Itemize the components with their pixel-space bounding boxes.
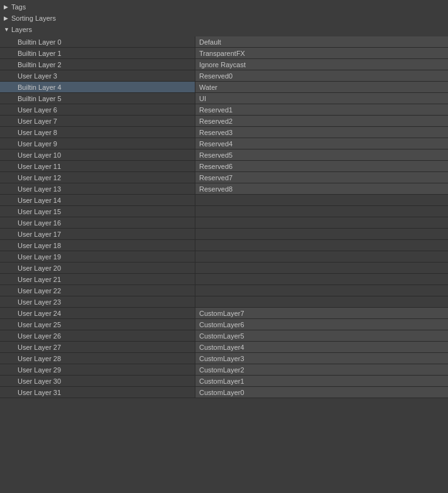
layer-name: User Layer 8 <box>0 129 195 136</box>
layer-name: User Layer 18 <box>0 242 195 249</box>
layer-value[interactable]: Reserved2 <box>195 116 448 126</box>
layer-name: User Layer 11 <box>0 163 195 170</box>
layer-value[interactable] <box>195 195 448 205</box>
layer-value[interactable]: CustomLayer0 <box>195 387 448 398</box>
layer-name: User Layer 24 <box>0 310 195 317</box>
layer-value[interactable]: CustomLayer5 <box>195 330 448 341</box>
layer-value[interactable]: CustomLayer7 <box>195 308 448 318</box>
layer-name: User Layer 31 <box>0 389 195 396</box>
layer-row[interactable]: User Layer 12Reserved7 <box>0 172 448 183</box>
layer-name: User Layer 21 <box>0 276 195 283</box>
layer-row[interactable]: Builtin Layer 4Water <box>0 82 448 93</box>
layers-label: Layers <box>11 26 32 33</box>
layer-name: User Layer 28 <box>0 355 195 362</box>
layer-row[interactable]: User Layer 8Reserved3 <box>0 127 448 138</box>
layer-value[interactable]: Reserved8 <box>195 183 448 194</box>
layer-name: User Layer 14 <box>0 197 195 204</box>
layer-value[interactable]: TransparentFX <box>195 48 448 58</box>
layer-value[interactable]: CustomLayer4 <box>195 342 448 352</box>
layer-value[interactable]: CustomLayer3 <box>195 353 448 364</box>
layer-value[interactable] <box>195 285 448 296</box>
layer-value[interactable] <box>195 263 448 273</box>
layers-section: Builtin Layer 0DefaultBuiltin Layer 1Tra… <box>0 36 448 398</box>
layer-value[interactable]: Reserved0 <box>195 70 448 81</box>
layer-value[interactable]: CustomLayer1 <box>195 376 448 386</box>
layer-name: User Layer 7 <box>0 117 195 125</box>
tree-item-tags[interactable]: ▶ Tags <box>0 1 448 13</box>
layer-row[interactable]: User Layer 28CustomLayer3 <box>0 353 448 364</box>
layer-row[interactable]: User Layer 26CustomLayer5 <box>0 330 448 342</box>
tree-item-layers[interactable]: ▼ Layers <box>0 24 448 35</box>
layer-name: User Layer 29 <box>0 366 195 374</box>
layer-value[interactable]: Reserved3 <box>195 127 448 138</box>
layer-row[interactable]: User Layer 22 <box>0 285 448 296</box>
layer-value[interactable] <box>195 296 448 307</box>
layer-value[interactable]: Reserved1 <box>195 104 448 115</box>
layer-value[interactable]: Ignore Raycast <box>195 59 448 70</box>
layer-value[interactable] <box>195 217 448 228</box>
layer-row[interactable]: User Layer 7Reserved2 <box>0 116 448 127</box>
layer-value[interactable]: Reserved6 <box>195 161 448 171</box>
layer-value[interactable]: Reserved4 <box>195 138 448 149</box>
layer-row[interactable]: User Layer 9Reserved4 <box>0 138 448 149</box>
layer-value[interactable] <box>195 274 448 284</box>
layer-name: User Layer 16 <box>0 219 195 227</box>
layer-row[interactable]: Builtin Layer 0Default <box>0 36 448 48</box>
layer-value[interactable] <box>195 251 448 262</box>
layer-value[interactable]: Water <box>195 82 448 92</box>
layer-row[interactable]: User Layer 10Reserved5 <box>0 149 448 161</box>
layer-row[interactable]: User Layer 24CustomLayer7 <box>0 308 448 319</box>
layer-name: User Layer 12 <box>0 174 195 181</box>
panel: ▶ Tags ▶ Sorting Layers ▼ Layers Builtin… <box>0 0 448 398</box>
tree-section: ▶ Tags ▶ Sorting Layers ▼ Layers <box>0 0 448 36</box>
layer-value[interactable]: Reserved5 <box>195 149 448 160</box>
layer-name: Builtin Layer 5 <box>0 95 195 102</box>
layer-row[interactable]: User Layer 18 <box>0 240 448 251</box>
layer-value[interactable]: CustomLayer2 <box>195 364 448 375</box>
layer-name: Builtin Layer 0 <box>0 38 195 46</box>
layer-name: User Layer 6 <box>0 106 195 114</box>
layer-value[interactable] <box>195 240 448 251</box>
layer-value[interactable]: CustomLayer6 <box>195 319 448 330</box>
layer-row[interactable]: User Layer 14 <box>0 195 448 206</box>
layer-name: User Layer 13 <box>0 185 195 193</box>
layer-row[interactable]: User Layer 31CustomLayer0 <box>0 387 448 398</box>
layer-row[interactable]: Builtin Layer 2Ignore Raycast <box>0 59 448 70</box>
layer-row[interactable]: User Layer 3Reserved0 <box>0 70 448 82</box>
layer-value[interactable]: Reserved7 <box>195 172 448 183</box>
layer-row[interactable]: User Layer 29CustomLayer2 <box>0 364 448 376</box>
layer-row[interactable]: User Layer 15 <box>0 206 448 217</box>
layer-name: User Layer 30 <box>0 377 195 385</box>
layer-row[interactable]: User Layer 27CustomLayer4 <box>0 342 448 353</box>
layer-name: User Layer 10 <box>0 151 195 159</box>
layer-row[interactable]: User Layer 30CustomLayer1 <box>0 376 448 387</box>
layer-row[interactable]: User Layer 13Reserved8 <box>0 183 448 195</box>
layer-row[interactable]: User Layer 19 <box>0 251 448 263</box>
layer-row[interactable]: User Layer 17 <box>0 229 448 240</box>
layer-value[interactable]: UI <box>195 93 448 104</box>
layer-value[interactable] <box>195 206 448 217</box>
arrow-icon: ▶ <box>4 4 11 10</box>
layer-row[interactable]: User Layer 16 <box>0 217 448 229</box>
layer-name: User Layer 9 <box>0 140 195 148</box>
layer-row[interactable]: User Layer 20 <box>0 263 448 274</box>
layer-row[interactable]: User Layer 23 <box>0 296 448 308</box>
layer-row[interactable]: User Layer 25CustomLayer6 <box>0 319 448 330</box>
layer-name: User Layer 20 <box>0 264 195 272</box>
layer-row[interactable]: User Layer 21 <box>0 274 448 285</box>
sorting-layers-label: Sorting Layers <box>11 14 56 22</box>
layer-value[interactable] <box>195 229 448 239</box>
layer-name: User Layer 15 <box>0 208 195 215</box>
layer-name: User Layer 26 <box>0 332 195 340</box>
layer-name: Builtin Layer 2 <box>0 61 195 68</box>
arrow-icon: ▼ <box>4 26 11 33</box>
layer-name: Builtin Layer 4 <box>0 84 195 91</box>
layer-value[interactable]: Default <box>195 36 448 47</box>
layer-row[interactable]: Builtin Layer 1TransparentFX <box>0 48 448 59</box>
layer-row[interactable]: User Layer 6Reserved1 <box>0 104 448 116</box>
layer-row[interactable]: Builtin Layer 5UI <box>0 93 448 104</box>
layer-name: User Layer 3 <box>0 72 195 80</box>
tree-item-sorting-layers[interactable]: ▶ Sorting Layers <box>0 13 448 24</box>
layer-name: User Layer 22 <box>0 287 195 295</box>
layer-row[interactable]: User Layer 11Reserved6 <box>0 161 448 172</box>
